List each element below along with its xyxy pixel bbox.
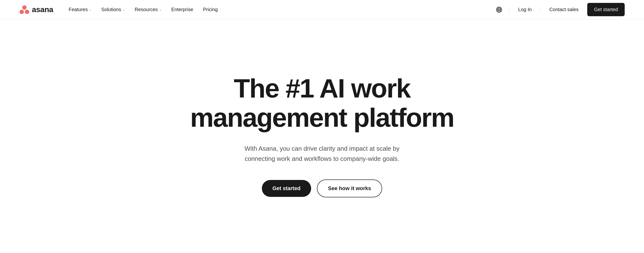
nav-right: Log In Contact sales Get started bbox=[494, 3, 625, 16]
nav-enterprise-label: Enterprise bbox=[171, 7, 193, 12]
hero-get-started-button[interactable]: Get started bbox=[262, 180, 311, 197]
nav-item-features[interactable]: Features ⌄ bbox=[65, 4, 96, 15]
hero-title: The #1 AI work management platform bbox=[189, 74, 455, 132]
nav-item-pricing[interactable]: Pricing bbox=[199, 4, 222, 15]
features-chevron-icon: ⌄ bbox=[89, 8, 92, 11]
nav-resources-label: Resources bbox=[134, 7, 158, 12]
nav-divider-2 bbox=[540, 6, 540, 13]
logo[interactable]: asana bbox=[19, 5, 53, 15]
nav-item-enterprise[interactable]: Enterprise bbox=[168, 4, 197, 15]
hero-subtitle: With Asana, you can drive clarity and im… bbox=[240, 144, 404, 164]
contact-sales-button[interactable]: Contact sales bbox=[546, 4, 582, 15]
nav-item-resources[interactable]: Resources ⌄ bbox=[131, 4, 166, 15]
resources-chevron-icon: ⌄ bbox=[159, 8, 162, 11]
language-selector-button[interactable] bbox=[494, 4, 504, 15]
solutions-chevron-icon: ⌄ bbox=[122, 8, 125, 11]
svg-point-1 bbox=[20, 10, 24, 14]
svg-point-2 bbox=[25, 10, 29, 14]
nav-get-started-button[interactable]: Get started bbox=[587, 3, 625, 16]
nav-links: Features ⌄ Solutions ⌄ Resources ⌄ Enter… bbox=[65, 4, 222, 15]
nav-features-label: Features bbox=[68, 7, 88, 12]
login-button[interactable]: Log In bbox=[514, 4, 536, 15]
nav-pricing-label: Pricing bbox=[203, 7, 218, 12]
nav-divider bbox=[509, 6, 510, 13]
hero-buttons: Get started See how it works bbox=[262, 179, 382, 197]
logo-text: asana bbox=[32, 5, 53, 14]
nav-solutions-label: Solutions bbox=[101, 7, 121, 12]
navbar: asana Features ⌄ Solutions ⌄ Resources ⌄ bbox=[0, 0, 644, 19]
hero-see-how-button[interactable]: See how it works bbox=[317, 179, 382, 197]
hero-section: The #1 AI work management platform With … bbox=[0, 19, 644, 242]
asana-logo-icon bbox=[19, 5, 30, 15]
nav-left: asana Features ⌄ Solutions ⌄ Resources ⌄ bbox=[19, 4, 222, 15]
globe-icon bbox=[496, 6, 502, 13]
svg-point-0 bbox=[22, 5, 26, 10]
nav-item-solutions[interactable]: Solutions ⌄ bbox=[97, 4, 129, 15]
